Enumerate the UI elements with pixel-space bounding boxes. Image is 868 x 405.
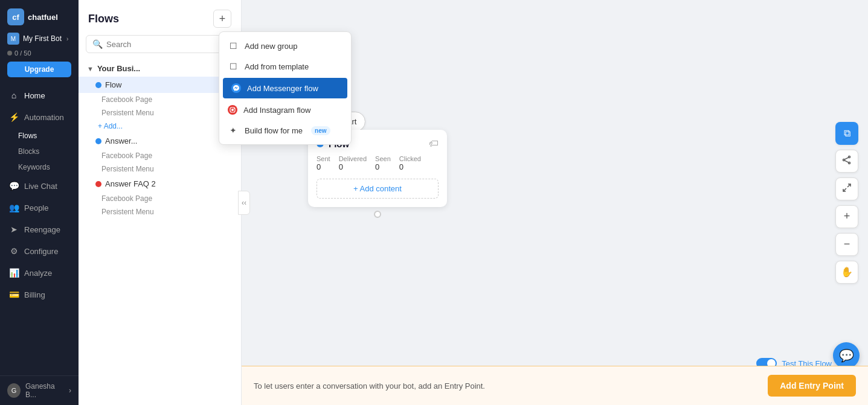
collapse-panel-button[interactable]: ‹‹ (238, 191, 250, 215)
add-entry-inline[interactable]: + Add... (79, 120, 241, 133)
stat-delivered-label: Delivered (339, 155, 367, 162)
user-name: Ganesha B... (25, 382, 64, 399)
flow-item-answer[interactable]: Answer... (79, 133, 241, 149)
reengage-icon: ➤ (8, 225, 19, 234)
live-chat-icon: 💬 (8, 181, 19, 191)
sidebar: cf chatfuel M My First Bot › 0 / 50 Upgr… (0, 0, 79, 405)
bottom-message: To let users enter a conversation with y… (254, 381, 485, 391)
stat-seen-value: 0 (375, 162, 391, 171)
messenger-icon (231, 83, 241, 93)
flow-status-dot (95, 82, 101, 88)
sidebar-item-people[interactable]: 👥 People (0, 197, 79, 218)
add-entry-point-button[interactable]: Add Entry Point (768, 375, 856, 397)
quota-text: 0 / 50 (14, 49, 31, 57)
sidebar-item-analyze-label: Analyze (24, 269, 52, 278)
people-icon: 👥 (8, 203, 19, 212)
sidebar-footer[interactable]: G Ganesha B... › (0, 375, 79, 405)
tag-icon[interactable]: 🏷 (429, 138, 439, 149)
flow-status-dot-2 (95, 138, 101, 144)
billing-icon: 💳 (8, 290, 19, 299)
search-input[interactable] (106, 40, 227, 49)
hand-tool-button[interactable]: ✋ (835, 261, 858, 284)
sidebar-item-billing[interactable]: 💳 Billing (0, 284, 79, 305)
shrink-icon (843, 183, 851, 194)
stat-seen: Seen 0 (375, 155, 391, 171)
flow-sub-persistent-menu[interactable]: Persistent Menu (79, 106, 241, 120)
svg-point-5 (849, 162, 850, 164)
flow-card-connector (374, 211, 381, 218)
shrink-tool-button[interactable] (835, 177, 858, 200)
instagram-icon (228, 105, 237, 115)
flow2-sub-facebook-page[interactable]: Facebook Page (79, 149, 241, 162)
search-icon: 🔍 (92, 39, 103, 49)
dropdown-add-instagram-flow[interactable]: Add Instagram flow (219, 100, 351, 120)
bot-quota: 0 / 50 (0, 49, 79, 62)
chat-widget-button[interactable]: 💬 (833, 342, 860, 369)
flow-status-dot-3 (95, 181, 101, 187)
add-flows-button[interactable]: + (213, 10, 231, 28)
flow-sub-facebook-page[interactable]: Facebook Page (79, 93, 241, 106)
flow3-sub-persistent-menu[interactable]: Persistent Menu (79, 205, 241, 218)
sidebar-item-automation[interactable]: ⚡ Automation (0, 106, 79, 128)
flow-item-answer-faq2[interactable]: Answer FAQ 2 (79, 176, 241, 192)
svg-point-0 (231, 109, 234, 111)
stat-clicked: Clicked 0 (399, 155, 421, 171)
dropdown-add-instagram-flow-label: Add Instagram flow (243, 106, 310, 115)
flows-group-header[interactable]: ▼ Your Busi... (79, 60, 241, 77)
flow2-sub-persistent-menu[interactable]: Persistent Menu (79, 162, 241, 176)
sidebar-item-configure[interactable]: ⚙ Configure (0, 240, 79, 262)
bot-chevron-icon: › (66, 36, 68, 42)
dropdown-add-new-group[interactable]: ☐ Add new group (219, 36, 351, 56)
group-name: Your Busi... (97, 64, 140, 73)
share-icon (842, 155, 852, 167)
stat-delivered-value: 0 (339, 162, 367, 171)
flows-header: Flows + (79, 0, 241, 35)
share-tool-button[interactable] (835, 150, 858, 173)
quota-dot (7, 51, 12, 56)
sidebar-item-keywords[interactable]: Keywords (18, 159, 79, 175)
sidebar-item-blocks[interactable]: Blocks (18, 144, 79, 159)
layers-icon: ⧉ (844, 128, 850, 139)
flow-stats: Sent 0 Delivered 0 Seen 0 Clicked 0 (317, 155, 439, 171)
user-chevron-icon: › (69, 386, 71, 395)
sidebar-item-people-label: People (24, 203, 48, 212)
sidebar-item-reengage[interactable]: ➤ Reengage (0, 218, 79, 240)
flows-panel: Flows + 🔍 ▼ Your Busi... Flow Facebook P… (79, 0, 242, 405)
configure-icon: ⚙ (8, 246, 19, 256)
sidebar-item-flows[interactable]: Flows (18, 128, 79, 144)
stat-clicked-label: Clicked (399, 155, 421, 162)
chat-widget-icon: 💬 (839, 348, 854, 363)
upgrade-button[interactable]: Upgrade (7, 62, 71, 77)
dropdown-build-flow-for-me[interactable]: ✦ Build flow for me new (219, 120, 351, 141)
keywords-label: Keywords (18, 163, 50, 171)
dropdown-menu: ☐ Add new group ☐ Add from template Add … (219, 31, 352, 145)
svg-line-6 (844, 157, 848, 159)
svg-point-3 (849, 156, 850, 158)
sidebar-item-home[interactable]: ⌂ Home (0, 85, 79, 106)
sidebar-item-home-label: Home (24, 91, 45, 100)
add-new-group-icon: ☐ (228, 41, 239, 51)
svg-point-4 (843, 159, 845, 161)
sidebar-item-analyze[interactable]: 📊 Analyze (0, 262, 79, 284)
sidebar-item-configure-label: Configure (24, 247, 58, 256)
sub-nav-automation: Flows Blocks Keywords (0, 128, 79, 175)
logo-icon: cf (7, 8, 24, 25)
svg-point-2 (234, 108, 234, 109)
flow3-sub-facebook-page[interactable]: Facebook Page (79, 192, 241, 205)
dropdown-add-from-template[interactable]: ☐ Add from template (219, 56, 351, 77)
sidebar-item-billing-label: Billing (24, 290, 45, 299)
flow-item-flow[interactable]: Flow (79, 77, 241, 93)
layers-tool-button[interactable]: ⧉ (835, 122, 858, 145)
bot-name: My First Bot (23, 34, 62, 43)
right-toolbar: ⧉ + − ✋ (835, 122, 858, 284)
zoom-in-button[interactable]: + (835, 205, 858, 228)
add-from-template-icon: ☐ (228, 62, 239, 71)
add-content-button[interactable]: + Add content (317, 179, 439, 199)
stat-sent-label: Sent (317, 155, 330, 162)
zoom-out-button[interactable]: − (835, 233, 858, 256)
sidebar-item-live-chat[interactable]: 💬 Live Chat (0, 175, 79, 197)
bot-info[interactable]: M My First Bot › (0, 30, 79, 49)
dropdown-add-messenger-flow[interactable]: Add Messenger flow (223, 78, 347, 98)
bot-avatar: M (7, 33, 19, 45)
home-icon: ⌂ (8, 91, 19, 100)
